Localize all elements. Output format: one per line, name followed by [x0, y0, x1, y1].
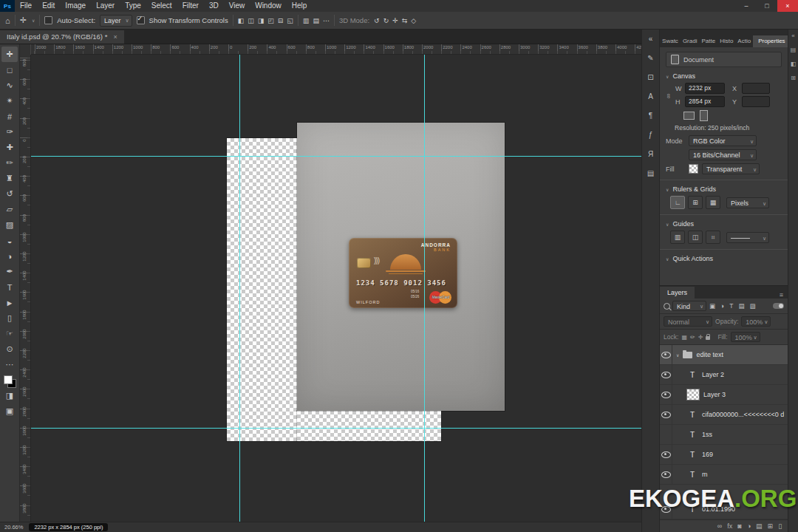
menu-file[interactable]: File — [15, 0, 37, 12]
crop-tool[interactable]: # — [1, 109, 18, 124]
menu-window[interactable]: Window — [250, 0, 287, 12]
y-field[interactable] — [742, 96, 770, 107]
width-field[interactable]: 2232 px — [685, 83, 725, 94]
lock-position-icon[interactable]: ✛ — [698, 334, 703, 341]
visibility-toggle[interactable] — [660, 345, 672, 364]
menu-3d[interactable]: 3D — [204, 0, 224, 12]
lock-transparency-icon[interactable]: ▦ — [681, 334, 687, 341]
filter-kind-dropdown[interactable]: Kind — [672, 301, 706, 311]
align-vertical-centers-icon[interactable]: ⊟ — [278, 17, 284, 24]
guide-horizontal[interactable] — [31, 428, 641, 429]
home-icon[interactable]: ⌂ — [5, 16, 10, 25]
clear-guides-button[interactable]: ⌗ — [706, 231, 720, 244]
group-expand-icon[interactable]: ∨ — [676, 352, 679, 358]
tool-preset-chevron-icon[interactable]: ∨ — [32, 18, 35, 23]
canvas-section-header[interactable]: ∨ Canvas — [666, 72, 782, 80]
color-panel-icon[interactable]: ▤ — [791, 47, 797, 53]
3d-roll-icon[interactable]: ↻ — [383, 17, 389, 24]
lasso-tool[interactable]: ∿ — [1, 78, 18, 93]
panel-tab-histo[interactable]: Histo — [717, 35, 735, 47]
opacity-dropdown[interactable]: 100% — [741, 316, 771, 327]
menu-type[interactable]: Type — [120, 0, 146, 12]
hand-tool[interactable]: ☞ — [1, 326, 18, 341]
filter-type-layers-icon[interactable]: T — [729, 302, 734, 310]
eyedropper-tool[interactable]: ✑ — [1, 124, 18, 140]
collapse-panels-icon[interactable]: « — [644, 33, 658, 45]
foreground-color-swatch[interactable] — [4, 375, 13, 384]
brush-tool[interactable]: ✏ — [1, 155, 18, 171]
menu-help[interactable]: Help — [287, 0, 313, 12]
guide-horizontal[interactable] — [31, 156, 641, 157]
align-horizontal-centers-icon[interactable]: ◫ — [248, 17, 254, 24]
zoom-tool[interactable]: ⊙ — [1, 341, 18, 357]
healing-brush-tool[interactable]: ✚ — [1, 140, 18, 155]
x-field[interactable] — [742, 83, 770, 94]
filter-toggle[interactable] — [773, 303, 784, 309]
character-styles-icon[interactable]: Я — [644, 148, 658, 160]
distribute-horizontal-icon[interactable]: ▥ — [303, 17, 310, 24]
layer-row[interactable]: Layer 3 — [660, 385, 788, 405]
auto-select-target-dropdown[interactable]: Layer — [100, 15, 132, 27]
new-layer-icon[interactable]: ⊞ — [768, 520, 774, 532]
visibility-toggle[interactable] — [660, 445, 672, 464]
layer-thumbnail[interactable] — [686, 389, 700, 400]
canvas[interactable]: ANDORRA BANK ))) 1234 5678 9012 3456 05/… — [31, 55, 641, 522]
fill-dropdown[interactable]: Transparent — [702, 163, 760, 174]
blur-tool[interactable]: ◒ — [1, 233, 18, 248]
pen-tool[interactable]: ✒ — [1, 264, 18, 279]
align-bottom-edges-icon[interactable]: ◱ — [287, 17, 293, 24]
panel-menu-icon[interactable]: ≡ — [775, 291, 788, 299]
quick-actions-section-header[interactable]: ∨ Quick Actions — [666, 255, 782, 262]
libraries-panel-icon[interactable]: ▤ — [644, 167, 658, 180]
more-align-options-icon[interactable]: ⋯ — [323, 17, 330, 24]
visibility-toggle[interactable] — [660, 405, 672, 424]
layer-row[interactable]: TLayer 2 — [660, 365, 788, 385]
quick-mask-button[interactable]: ◨ — [1, 388, 18, 403]
timeline-panel-icon[interactable]: ⊞ — [791, 75, 796, 81]
link-layers-icon[interactable]: ∞ — [717, 520, 722, 532]
paragraph-panel-icon[interactable]: ¶ — [644, 109, 658, 122]
menu-image[interactable]: Image — [60, 0, 91, 12]
distribute-vertical-icon[interactable]: ▤ — [313, 17, 319, 24]
type-tool[interactable]: T — [1, 279, 18, 295]
quick-selection-tool[interactable]: ✴ — [1, 93, 18, 109]
panel-tab-gradi[interactable]: Gradi — [681, 35, 700, 47]
toggle-guides-button[interactable]: ▥ — [670, 231, 685, 244]
layer-row[interactable]: Tm — [660, 465, 788, 485]
menu-layer[interactable]: Layer — [91, 0, 120, 12]
screen-mode-button[interactable]: ▣ — [1, 403, 18, 419]
auto-select-checkbox[interactable] — [44, 16, 52, 24]
edit-toolbar-icon[interactable]: ⋯ — [1, 357, 18, 372]
3d-scale-icon[interactable]: ◇ — [411, 17, 416, 24]
filter-pixel-layers-icon[interactable]: ▣ — [709, 302, 716, 310]
filter-shape-layers-icon[interactable]: ▤ — [737, 302, 745, 310]
new-group-icon[interactable]: ▤ — [756, 520, 763, 532]
toggle-grid-button[interactable]: ⊞ — [688, 196, 703, 209]
marquee-tool[interactable]: □ — [1, 62, 18, 78]
grid-settings-button[interactable]: ▦ — [706, 196, 720, 209]
path-selection-tool[interactable]: ► — [1, 295, 18, 310]
vertical-ruler[interactable]: 8006004002000200400600800100012001400160… — [20, 55, 31, 522]
document-tab[interactable]: Italy id.psd @ 20.7% (RGB/16) * × — [0, 30, 124, 44]
layer-row[interactable]: T169 — [660, 445, 788, 465]
panel-tab-properties[interactable]: Properties — [753, 35, 788, 47]
minimize-button[interactable]: – — [736, 0, 757, 12]
learn-panel-icon[interactable]: ◧ — [791, 61, 797, 67]
guide-vertical[interactable] — [424, 55, 425, 522]
height-field[interactable]: 2854 px — [685, 96, 725, 107]
clone-source-icon[interactable]: ⊡ — [644, 71, 658, 83]
landscape-orientation-icon[interactable] — [683, 112, 695, 120]
link-dimensions-icon[interactable]: ∞ — [665, 94, 672, 98]
filter-adjustment-layers-icon[interactable]: ◑ — [720, 302, 725, 310]
lock-pixels-icon[interactable]: ✏ — [690, 334, 695, 341]
character-panel-icon[interactable]: A — [644, 90, 658, 103]
tab-close-icon[interactable]: × — [113, 30, 117, 44]
panel-tab-patte[interactable]: Patte — [699, 35, 717, 47]
move-tool[interactable]: ✛ — [1, 47, 18, 62]
blend-mode-dropdown[interactable]: Normal — [664, 316, 712, 327]
menu-filter[interactable]: Filter — [177, 0, 204, 12]
layer-effects-icon[interactable]: fx — [727, 520, 732, 532]
3d-slide-icon[interactable]: ⇆ — [402, 17, 408, 24]
menu-edit[interactable]: Edit — [37, 0, 60, 12]
shape-tool[interactable]: ▯ — [1, 310, 18, 326]
